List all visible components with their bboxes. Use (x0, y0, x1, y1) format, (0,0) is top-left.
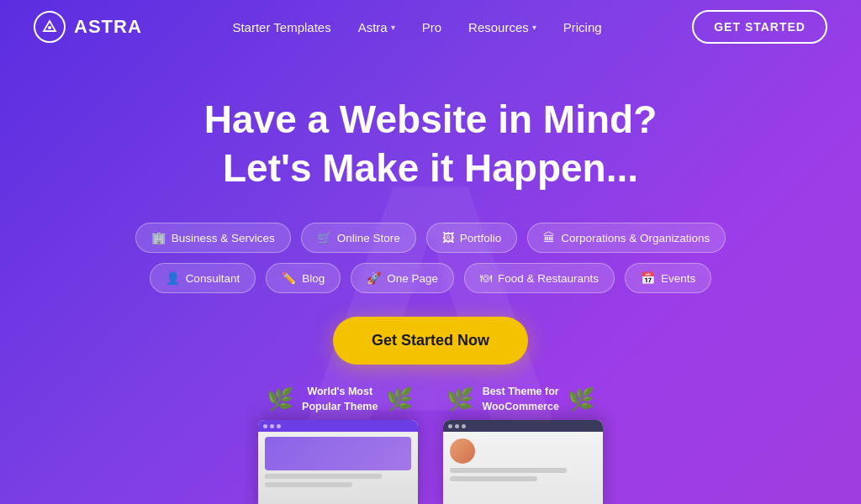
get-started-button[interactable]: Get Started Now (333, 317, 528, 365)
navbar: ASTRA Starter Templates Astra ▾ Pro Reso… (0, 0, 861, 54)
get-started-nav-button[interactable]: GET STARTED (692, 10, 827, 44)
nav-item-resources[interactable]: Resources ▾ (468, 20, 536, 34)
business-icon: 🏢 (151, 231, 166, 244)
svg-point-0 (48, 26, 51, 29)
hero-section: Have a Website in Mind? Let's Make it Ha… (0, 54, 861, 414)
chevron-down-icon: ▾ (391, 23, 395, 32)
preview-card-left (258, 420, 418, 504)
nav-item-pricing[interactable]: Pricing (563, 20, 602, 34)
cta-wrap: Get Started Now (0, 317, 861, 365)
category-food-restaurants[interactable]: 🍽 Food & Restaurants (464, 263, 615, 293)
category-row-1: 🏢 Business & Services 🛒 Online Store 🖼 P… (0, 223, 861, 253)
one-page-icon: 🚀 (367, 271, 381, 285)
events-icon: 📅 (641, 271, 655, 285)
laurel-left-2-icon: 🌿 (446, 386, 473, 412)
logo[interactable]: ASTRA (34, 11, 142, 43)
badge-popular-theme: 🌿 World's Most Popular Theme 🌿 (267, 385, 413, 414)
logo-text: ASTRA (74, 16, 142, 38)
portfolio-icon: 🖼 (442, 231, 454, 244)
logo-icon (34, 11, 66, 43)
nav-item-astra[interactable]: Astra ▾ (358, 20, 395, 34)
category-one-page[interactable]: 🚀 One Page (351, 263, 454, 293)
corporation-icon: 🏛 (543, 231, 555, 244)
category-online-store[interactable]: 🛒 Online Store (301, 223, 416, 253)
badges-row: 🌿 World's Most Popular Theme 🌿 🌿 Best Th… (0, 385, 861, 414)
laurel-left-icon: 🌿 (267, 386, 293, 412)
food-icon: 🍽 (480, 271, 492, 285)
hero-title: Have a Website in Mind? Let's Make it Ha… (0, 96, 861, 192)
category-row-2: 👤 Consultant ✏️ Blog 🚀 One Page 🍽 Food &… (0, 263, 861, 293)
consultant-icon: 👤 (166, 271, 180, 285)
store-icon: 🛒 (317, 231, 331, 244)
nav-item-starter-templates[interactable]: Starter Templates (232, 20, 330, 34)
preview-cards-row (258, 420, 603, 504)
chevron-down-icon: ▾ (532, 23, 536, 32)
category-blog[interactable]: ✏️ Blog (266, 263, 341, 293)
nav-item-pro[interactable]: Pro (422, 20, 441, 34)
nav-links: Starter Templates Astra ▾ Pro Resources … (232, 20, 601, 34)
category-events[interactable]: 📅 Events (625, 263, 711, 293)
blog-icon: ✏️ (282, 271, 296, 285)
laurel-right-2-icon: 🌿 (568, 386, 594, 412)
category-corporations[interactable]: 🏛 Corporations & Organizations (527, 223, 726, 253)
preview-card-right (443, 420, 603, 504)
badge-woocommerce: 🌿 Best Theme for WooCommerce 🌿 (446, 385, 594, 414)
category-portfolio[interactable]: 🖼 Portfolio (426, 223, 518, 253)
category-consultant[interactable]: 👤 Consultant (150, 263, 256, 293)
category-business-services[interactable]: 🏢 Business & Services (135, 223, 291, 253)
laurel-right-icon: 🌿 (386, 386, 413, 412)
